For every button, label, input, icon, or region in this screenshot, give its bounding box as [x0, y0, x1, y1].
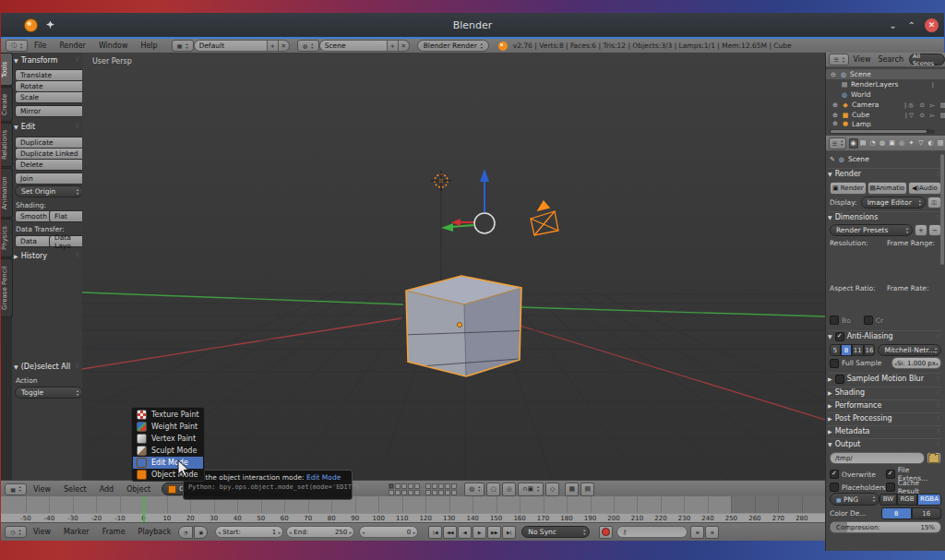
screen-layout-field[interactable]: Default: [194, 40, 268, 52]
layer-cell[interactable]: [432, 483, 437, 489]
lock-interface-button[interactable]: ⚿: [927, 197, 941, 209]
layer-cell[interactable]: [425, 490, 431, 495]
channels-rgba[interactable]: RGBA: [917, 494, 941, 506]
minimize-button[interactable]: ⌄: [889, 20, 896, 30]
panel-header-edit[interactable]: ▼Edit⠿: [14, 123, 80, 131]
action-select[interactable]: Toggle: [15, 387, 83, 399]
menu-item-sculpt-mode[interactable]: Sculpt Mode: [133, 445, 203, 457]
snap-peel-button[interactable]: ◇: [545, 483, 559, 496]
panel-header-render[interactable]: ▼Render⠿: [828, 168, 941, 179]
depth-16[interactable]: 16: [912, 507, 942, 519]
vertical-scrollbar[interactable]: [940, 154, 944, 265]
tab-material[interactable]: ◐: [927, 138, 936, 149]
layer-cell[interactable]: [389, 483, 394, 489]
menu-item-texture-paint[interactable]: Texture Paint: [133, 409, 203, 421]
layer-cell[interactable]: [408, 483, 413, 489]
maximize-button[interactable]: ⌃: [908, 20, 915, 30]
join-button[interactable]: Join: [15, 173, 86, 185]
panel-header-history[interactable]: ▶History⠿: [14, 252, 80, 260]
tab-animation[interactable]: Animation: [1, 168, 13, 218]
aa-samples-8[interactable]: 8: [841, 344, 852, 356]
panel-grip-icon[interactable]: ⠿: [937, 415, 941, 422]
set-origin-select[interactable]: Set Origin: [15, 185, 83, 197]
aa-samples-16[interactable]: 16: [864, 344, 876, 356]
outliner-row-camera[interactable]: ⊕◆Camera| ◎⊙▻▧: [826, 100, 945, 110]
view-menu[interactable]: View: [33, 485, 51, 494]
outliner-row-renderlayers[interactable]: ▤RenderLayers|▦: [826, 79, 945, 89]
aa-samples-5[interactable]: 5: [830, 344, 841, 356]
editor-type-button[interactable]: ☰: [829, 54, 849, 66]
data-layout-button[interactable]: Data Layo: [49, 235, 86, 247]
visibility-eye-icon[interactable]: ⊙: [920, 101, 925, 109]
render-engine-select[interactable]: Blender Render: [417, 40, 489, 52]
output-path-field[interactable]: /tmp/: [830, 452, 925, 464]
play-button[interactable]: ▶: [472, 526, 486, 539]
expander-icon[interactable]: ⊕: [831, 120, 839, 127]
screen-layout-icon[interactable]: ▦: [172, 40, 194, 52]
layer-cell[interactable]: [401, 490, 407, 495]
panel-grip-icon[interactable]: ⠿: [76, 56, 80, 63]
layer-cell[interactable]: [395, 490, 401, 495]
editor-type-button[interactable]: ⓘ: [6, 40, 28, 52]
editor-type-button[interactable]: ▦: [5, 483, 27, 495]
layer-cell[interactable]: [401, 483, 407, 489]
panel-grip-icon[interactable]: ⠿: [937, 333, 941, 340]
outliner-row-lamp[interactable]: ⊕●Lamp: [826, 120, 945, 127]
object-menu[interactable]: Object: [126, 485, 150, 494]
scene-icon[interactable]: ◍: [297, 40, 319, 52]
tab-object[interactable]: ▣: [888, 138, 897, 149]
layer-cell[interactable]: [389, 490, 394, 495]
tab-grease-pencil[interactable]: Grease Pencil: [1, 258, 13, 317]
editor-type-button[interactable]: ☰: [829, 137, 846, 149]
timeline-tracks[interactable]: [1, 496, 825, 513]
timeline-frame-menu[interactable]: Frame: [102, 528, 126, 536]
selectability-icon[interactable]: ▻: [930, 112, 935, 119]
menu-render[interactable]: Render: [59, 42, 85, 50]
render-audio-button[interactable]: ◀)Audio: [908, 182, 941, 195]
outliner-row-cube[interactable]: ⊕■Cube| ▽⊙▻▧: [826, 110, 945, 120]
select-menu[interactable]: Select: [64, 485, 87, 494]
pin-icon[interactable]: ✎: [830, 156, 835, 163]
panel-header-dimensions[interactable]: ▼Dimensions⠿: [828, 211, 941, 222]
add-menu[interactable]: Add: [100, 485, 114, 494]
layer-cell[interactable]: [451, 490, 457, 495]
render-animation-button[interactable]: ▤Animatio: [867, 182, 907, 195]
end-frame-field[interactable]: End:250: [286, 526, 354, 538]
layer-cell[interactable]: [432, 490, 437, 495]
aa-filter-select[interactable]: Mitchell-Netr...: [878, 344, 941, 356]
channels-bw[interactable]: BW: [879, 494, 897, 506]
editor-type-button[interactable]: ◷: [5, 526, 27, 538]
render-presets-select[interactable]: Render Presets: [830, 224, 913, 236]
overwrite-checkbox[interactable]: [830, 470, 839, 479]
start-frame-field[interactable]: Start:1: [215, 526, 283, 538]
jump-start-button[interactable]: |◀: [428, 526, 442, 539]
cache-result-checkbox[interactable]: [886, 483, 895, 492]
menu-item-edit-mode[interactable]: Edit Mode: [133, 457, 203, 469]
horizontal-scrollbar[interactable]: [830, 129, 935, 134]
panel-header-transform[interactable]: ▼Transform⠿: [14, 56, 80, 65]
outliner-row-world[interactable]: ◍World: [826, 89, 945, 100]
depth-8[interactable]: 8: [881, 507, 912, 519]
menu-window[interactable]: Window: [99, 42, 128, 50]
panel-grip-icon[interactable]: ⠿: [937, 402, 941, 409]
panel-grip-icon[interactable]: ⠿: [937, 428, 941, 435]
delete-button[interactable]: Delete: [15, 159, 86, 171]
renderability-icon[interactable]: ▧: [940, 112, 945, 119]
layer-cell[interactable]: [451, 483, 457, 489]
mirror-button[interactable]: Mirror: [15, 105, 86, 117]
panel-header-sampled-motion-blur[interactable]: ▶Sampled Motion Blur⠿: [828, 373, 941, 384]
full-sample-checkbox[interactable]: [830, 359, 839, 368]
layer-cell[interactable]: [414, 490, 420, 495]
scale-button[interactable]: Scale: [15, 91, 86, 103]
panel-grip-icon[interactable]: ⠿: [76, 123, 80, 129]
layer-cell[interactable]: [425, 483, 431, 489]
remove-preset-button[interactable]: −: [928, 224, 941, 236]
panel-header-post-processing[interactable]: ▶Post Processing⠿: [828, 412, 941, 423]
add-preset-button[interactable]: +: [915, 224, 927, 236]
outliner-row-scene[interactable]: ⊖◍Scene: [826, 69, 945, 79]
aa-samples-11[interactable]: 11: [852, 344, 864, 356]
panel-header-redo[interactable]: ▼(De)select All⠿: [14, 363, 80, 371]
delete-layout-button[interactable]: ✕: [279, 40, 290, 52]
render-opengl-button[interactable]: ▦: [565, 483, 579, 496]
close-button[interactable]: ✕: [925, 18, 939, 32]
